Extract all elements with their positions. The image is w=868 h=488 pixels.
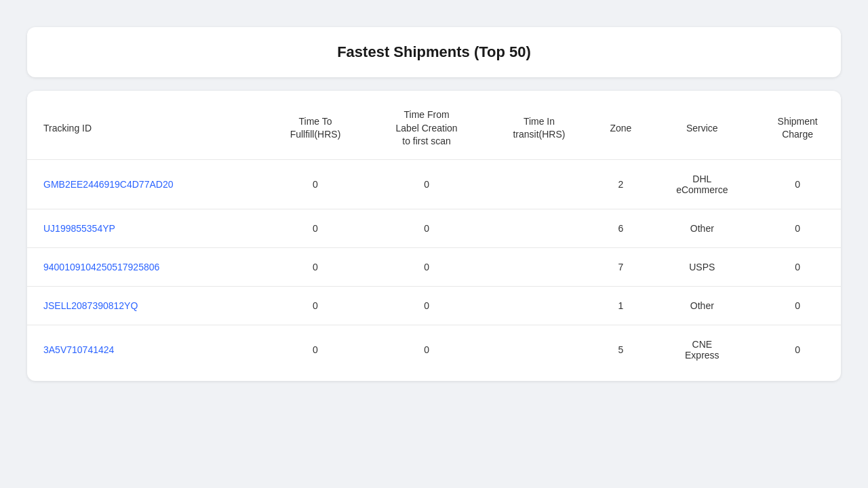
table-header-row: Tracking ID Time ToFullfill(HRS) Time Fr… bbox=[27, 98, 841, 159]
table-row: JSELL2087390812YQ001Other0 bbox=[27, 286, 841, 325]
cell-shipment-charge: 0 bbox=[754, 247, 841, 286]
title-card: Fastest Shipments (Top 50) bbox=[27, 27, 841, 77]
cell-zone: 5 bbox=[592, 325, 650, 374]
cell-time-from-label: 0 bbox=[367, 209, 487, 247]
cell-zone: 1 bbox=[592, 286, 650, 325]
table-row: UJ199855354YP006Other0 bbox=[27, 209, 841, 247]
table-row: 3A5V710741424005CNEExpress0 bbox=[27, 325, 841, 374]
cell-time-from-label: 0 bbox=[367, 286, 487, 325]
shipments-table: Tracking ID Time ToFullfill(HRS) Time Fr… bbox=[27, 98, 841, 374]
cell-service: CNEExpress bbox=[650, 325, 754, 374]
cell-time-from-label: 0 bbox=[367, 247, 487, 286]
cell-time-to-fulfill: 0 bbox=[264, 209, 367, 247]
cell-time-in-transit bbox=[486, 159, 591, 209]
col-header-shipment-charge: ShipmentCharge bbox=[754, 98, 841, 159]
cell-time-in-transit bbox=[486, 247, 591, 286]
cell-time-to-fulfill: 0 bbox=[264, 286, 367, 325]
cell-tracking-id: 3A5V710741424 bbox=[27, 325, 264, 374]
table-body: GMB2EE2446919C4D77AD20002DHLeCommerce0UJ… bbox=[27, 159, 841, 374]
cell-shipment-charge: 0 bbox=[754, 159, 841, 209]
table-card: Tracking ID Time ToFullfill(HRS) Time Fr… bbox=[27, 91, 841, 381]
tracking-link[interactable]: GMB2EE2446919C4D77AD20 bbox=[43, 179, 173, 190]
cell-time-in-transit bbox=[486, 325, 591, 374]
cell-time-to-fulfill: 0 bbox=[264, 325, 367, 374]
col-header-tracking-id: Tracking ID bbox=[27, 98, 264, 159]
cell-zone: 6 bbox=[592, 209, 650, 247]
cell-tracking-id: JSELL2087390812YQ bbox=[27, 286, 264, 325]
tracking-link[interactable]: UJ199855354YP bbox=[43, 223, 115, 234]
cell-zone: 7 bbox=[592, 247, 650, 286]
col-header-time-from-label: Time FromLabel Creationto first scan bbox=[367, 98, 487, 159]
cell-service: USPS bbox=[650, 247, 754, 286]
col-header-zone: Zone bbox=[592, 98, 650, 159]
cell-service: Other bbox=[650, 286, 754, 325]
cell-tracking-id: UJ199855354YP bbox=[27, 209, 264, 247]
col-header-service: Service bbox=[650, 98, 754, 159]
table-row: 9400109104250517925806007USPS0 bbox=[27, 247, 841, 286]
tracking-link[interactable]: 9400109104250517925806 bbox=[43, 262, 159, 272]
cell-time-from-label: 0 bbox=[367, 159, 487, 209]
table-row: GMB2EE2446919C4D77AD20002DHLeCommerce0 bbox=[27, 159, 841, 209]
cell-time-from-label: 0 bbox=[367, 325, 487, 374]
cell-tracking-id: GMB2EE2446919C4D77AD20 bbox=[27, 159, 264, 209]
cell-service: DHLeCommerce bbox=[650, 159, 754, 209]
cell-shipment-charge: 0 bbox=[754, 325, 841, 374]
cell-time-in-transit bbox=[486, 286, 591, 325]
col-header-time-in-transit: Time Intransit(HRS) bbox=[486, 98, 591, 159]
tracking-link[interactable]: JSELL2087390812YQ bbox=[43, 300, 138, 311]
cell-shipment-charge: 0 bbox=[754, 209, 841, 247]
cell-time-to-fulfill: 0 bbox=[264, 247, 367, 286]
col-header-time-to-fulfill: Time ToFullfill(HRS) bbox=[264, 98, 367, 159]
cell-shipment-charge: 0 bbox=[754, 286, 841, 325]
cell-time-to-fulfill: 0 bbox=[264, 159, 367, 209]
cell-tracking-id: 9400109104250517925806 bbox=[27, 247, 264, 286]
page-title: Fastest Shipments (Top 50) bbox=[337, 43, 531, 60]
cell-service: Other bbox=[650, 209, 754, 247]
tracking-link[interactable]: 3A5V710741424 bbox=[43, 344, 114, 355]
cell-time-in-transit bbox=[486, 209, 591, 247]
cell-zone: 2 bbox=[592, 159, 650, 209]
